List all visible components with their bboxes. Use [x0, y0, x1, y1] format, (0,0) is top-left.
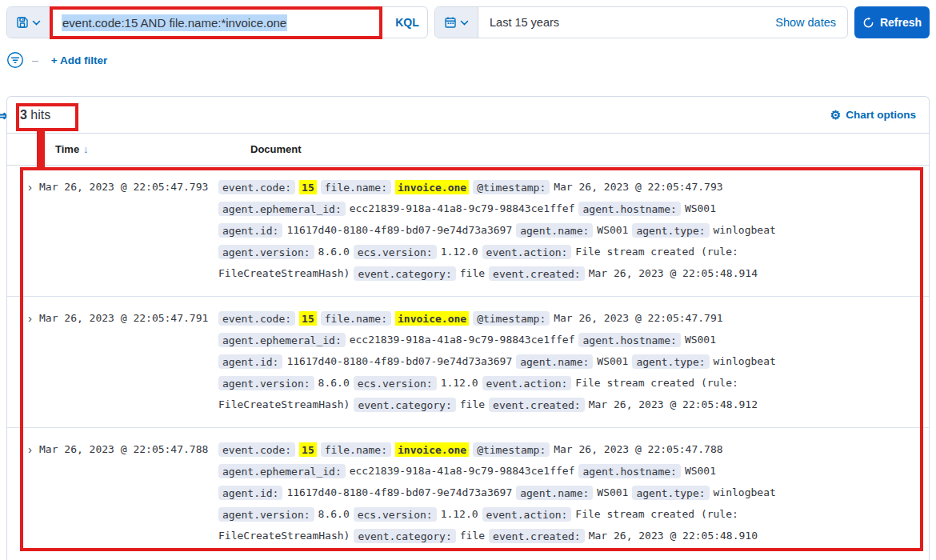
field-badge: event.action: — [482, 245, 572, 259]
hits-count: 3 hits — [20, 108, 50, 122]
table-row: ›Mar 26, 2023 @ 22:05:47.791event.code:1… — [7, 296, 929, 427]
field-value: WS001 — [685, 465, 716, 477]
kql-badge[interactable]: KQL — [387, 7, 427, 38]
field-badge: ecs.version: — [354, 376, 437, 390]
field-value: Mar 26, 2023 @ 22:05:47.791 — [554, 312, 722, 324]
column-header-time[interactable]: Time ↓ — [39, 143, 250, 155]
table-header: Time ↓ Document — [7, 134, 929, 166]
field-value: Mar 26, 2023 @ 22:05:47.793 — [554, 181, 722, 193]
query-text: event.code:15 AND file.name:*invoice.one — [62, 14, 287, 31]
field-value: File stream created (rule: — [575, 508, 738, 520]
hits-number: 3 — [20, 108, 27, 122]
field-value: File stream created (rule: — [575, 377, 738, 389]
field-badge: agent.id: — [218, 354, 282, 369]
results-panel: 3 hits ⚙ Chart options Time ↓ Document ›… — [6, 96, 930, 560]
expand-row-icon[interactable]: › — [7, 176, 39, 284]
calendar-icon — [444, 16, 457, 29]
save-icon — [16, 16, 29, 29]
gear-icon: ⚙ — [830, 109, 841, 121]
field-badge: event.action: — [482, 507, 572, 522]
field-badge: ecs.version: — [354, 245, 437, 259]
field-badge: @timestamp: — [473, 442, 550, 457]
field-badge: event.code: — [218, 311, 295, 326]
field-value: 1.12.0 — [441, 377, 478, 389]
field-badge: agent.ephemeral_id: — [218, 202, 346, 216]
field-value: 1.12.0 — [441, 246, 478, 258]
field-value: 1.12.0 — [441, 508, 478, 520]
highlighted-value: 15 — [299, 180, 317, 194]
refresh-button[interactable]: Refresh — [854, 6, 930, 38]
results-header: 3 hits ⚙ Chart options — [7, 97, 929, 134]
field-value: ecc21839-918a-41a8-9c79-98843ce1ffef — [350, 202, 575, 214]
field-value: WS001 — [685, 334, 716, 346]
field-value: FileCreateStreamHash) — [218, 530, 350, 542]
field-badge: event.action: — [482, 376, 572, 390]
field-value: WS001 — [597, 224, 628, 236]
field-badge: @timestamp: — [473, 311, 550, 326]
field-value: file — [460, 530, 485, 542]
highlighted-value: invoice.one — [395, 180, 469, 194]
field-badge: file.name: — [321, 442, 391, 457]
filter-icon[interactable] — [6, 51, 24, 69]
field-value: ecc21839-918a-41a8-9c79-98843ce1ffef — [350, 334, 575, 346]
field-badge: agent.type: — [632, 354, 709, 369]
field-badge: agent.version: — [218, 507, 314, 522]
field-badge: event.created: — [489, 398, 585, 412]
field-badge: event.category: — [354, 266, 455, 281]
field-badge: agent.hostname: — [578, 202, 680, 216]
field-value: Mar 26, 2023 @ 22:05:48.912 — [589, 398, 758, 410]
row-time: Mar 26, 2023 @ 22:05:47.793 — [39, 176, 218, 284]
field-badge: agent.ephemeral_id: — [218, 464, 346, 478]
field-value: file — [460, 398, 485, 410]
field-value: WS001 — [685, 202, 716, 214]
field-value: Mar 26, 2023 @ 22:05:48.910 — [589, 530, 758, 542]
time-range-value[interactable]: Last 15 years — [478, 7, 775, 38]
field-badge: event.code: — [218, 442, 295, 457]
field-badge: agent.type: — [632, 223, 709, 238]
field-value: 8.6.0 — [318, 377, 350, 389]
date-quick-select-button[interactable] — [435, 7, 478, 38]
expand-row-icon[interactable]: › — [7, 307, 39, 415]
chart-options-button[interactable]: ⚙ Chart options — [830, 109, 916, 121]
highlighted-value: invoice.one — [395, 442, 469, 457]
field-value: winlogbeat — [714, 486, 776, 498]
row-document: event.code:15file.name:invoice.one@times… — [218, 438, 929, 546]
field-value: 8.6.0 — [318, 508, 350, 520]
chevron-down-icon — [32, 20, 41, 26]
field-value: file — [460, 267, 485, 279]
field-value: Mar 26, 2023 @ 22:05:47.788 — [554, 443, 722, 455]
highlighted-value: 15 — [299, 442, 317, 457]
field-badge: event.created: — [489, 529, 585, 543]
field-value: 11617d40-8180-4f89-bd07-9e74d73a3697 — [286, 224, 512, 236]
field-badge: event.code: — [218, 180, 295, 194]
highlighted-value: 15 — [299, 311, 317, 326]
row-document: event.code:15file.name:invoice.one@times… — [218, 307, 929, 415]
field-badge: ecs.version: — [354, 507, 437, 522]
field-badge: agent.id: — [218, 486, 282, 500]
field-value: File stream created (rule: — [575, 246, 738, 258]
query-bar: event.code:15 AND file.name:*invoice.one… — [6, 6, 428, 38]
query-input[interactable]: event.code:15 AND file.name:*invoice.one — [50, 7, 387, 38]
row-time: Mar 26, 2023 @ 22:05:47.788 — [39, 438, 218, 546]
save-query-button[interactable] — [7, 7, 50, 38]
field-badge: event.created: — [489, 266, 585, 281]
field-value: 8.6.0 — [318, 246, 350, 258]
chart-options-label: Chart options — [846, 109, 916, 121]
date-picker: Last 15 years Show dates — [434, 6, 848, 38]
field-badge: agent.hostname: — [578, 464, 680, 478]
field-badge: file.name: — [321, 311, 391, 326]
search-bar: event.code:15 AND file.name:*invoice.one… — [6, 6, 930, 38]
field-value: Mar 26, 2023 @ 22:05:48.914 — [589, 267, 758, 279]
show-dates-button[interactable]: Show dates — [775, 7, 847, 38]
document-rows: ›Mar 26, 2023 @ 22:05:47.793event.code:1… — [7, 166, 929, 558]
field-badge: @timestamp: — [473, 180, 550, 194]
field-value: WS001 — [597, 355, 628, 367]
add-filter-button[interactable]: + Add filter — [51, 54, 107, 66]
row-time: Mar 26, 2023 @ 22:05:47.791 — [39, 307, 218, 415]
field-badge: event.category: — [354, 529, 455, 543]
expand-row-icon[interactable]: › — [7, 438, 39, 546]
column-header-document[interactable]: Document — [250, 143, 929, 155]
field-value: ecc21839-918a-41a8-9c79-98843ce1ffef — [350, 465, 575, 477]
filter-bar: – + Add filter — [6, 50, 107, 70]
field-badge: agent.name: — [516, 486, 593, 500]
